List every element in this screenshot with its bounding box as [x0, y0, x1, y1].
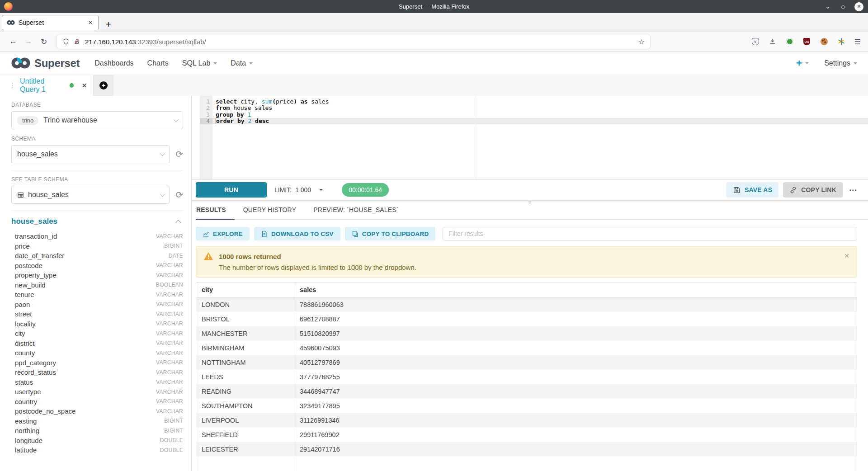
- table-row[interactable]: MANCHESTER51510820997: [196, 326, 857, 341]
- browser-tab[interactable]: Superset ✕: [2, 15, 99, 30]
- copy-link-button[interactable]: COPY LINK: [783, 182, 843, 198]
- column-row[interactable]: countyVARCHAR: [11, 348, 183, 358]
- table-row[interactable]: LEEDS37779768255: [196, 370, 857, 384]
- query-tab-label: Untitled Query 1: [20, 77, 65, 94]
- add-query-tab-button[interactable]: +: [94, 75, 113, 96]
- column-row[interactable]: date_of_transferDATE: [11, 251, 183, 261]
- column-row[interactable]: streetVARCHAR: [11, 309, 183, 319]
- collapse-chevron-up-icon[interactable]: [175, 220, 181, 226]
- column-row[interactable]: transaction_idVARCHAR: [11, 231, 183, 241]
- refresh-table-icon[interactable]: ⟳: [175, 190, 183, 199]
- save-icon: [733, 186, 741, 194]
- column-row[interactable]: localityVARCHAR: [11, 319, 183, 329]
- header-cell-city[interactable]: city: [196, 283, 294, 297]
- table-row[interactable]: SHEFFIELD29911769902: [196, 428, 857, 442]
- table-row[interactable]: BIRMINGHAM45960075093: [196, 341, 857, 355]
- limit-dropdown[interactable]: LIMIT: 1 000: [274, 186, 323, 193]
- bookmark-star-icon[interactable]: ☆: [638, 38, 645, 46]
- column-name: latitude: [15, 446, 37, 454]
- back-icon[interactable]: ←: [5, 37, 21, 46]
- table-select[interactable]: house_sales: [11, 186, 170, 204]
- button-label: DOWNLOAD TO CSV: [271, 231, 334, 237]
- tab-query-history[interactable]: QUERY HISTORY: [235, 201, 305, 219]
- column-row[interactable]: ppd_categoryVARCHAR: [11, 358, 183, 368]
- column-row[interactable]: northingBIGINT: [11, 426, 183, 436]
- table-row[interactable]: LONDON788861960063: [196, 297, 857, 312]
- table-value: house_sales: [28, 191, 69, 199]
- resize-grip-icon[interactable]: ≡: [528, 200, 531, 204]
- editor-gutter: 1234: [200, 96, 212, 179]
- column-row[interactable]: latitudeDOUBLE: [11, 445, 183, 455]
- nav-item-data[interactable]: Data: [224, 59, 259, 67]
- header-cell-sales[interactable]: sales: [294, 283, 857, 297]
- chevron-down-icon: [319, 189, 323, 193]
- new-tab-button[interactable]: +: [106, 20, 111, 29]
- column-row[interactable]: statusVARCHAR: [11, 377, 183, 387]
- nav-item-sql-lab[interactable]: SQL Lab: [175, 59, 224, 67]
- column-name: tenure: [15, 291, 34, 298]
- more-menu-icon[interactable]: ⋯: [849, 185, 857, 195]
- nav-item-dashboards[interactable]: Dashboards: [88, 59, 140, 67]
- tab-results[interactable]: RESULTS: [196, 201, 235, 219]
- run-button[interactable]: RUN: [196, 182, 267, 198]
- column-row[interactable]: postcode_no_spaceVARCHAR: [11, 406, 183, 416]
- column-row[interactable]: new_buildBOOLEAN: [11, 280, 183, 290]
- editor-code[interactable]: select city, sum(price) as salesfrom hou…: [212, 96, 868, 179]
- add-new-button[interactable]: +: [796, 59, 809, 68]
- table-row[interactable]: NOTTINGHAM40512797869: [196, 355, 857, 370]
- privacy-extension-icon[interactable]: [786, 38, 794, 46]
- alert-close-icon[interactable]: ✕: [844, 252, 849, 259]
- query-tab[interactable]: ⋮ Untitled Query 1 ✕: [0, 75, 94, 96]
- url-bar[interactable]: 217.160.120.143:32393/superset/sqllab/ ☆: [57, 34, 650, 49]
- table-row[interactable]: READING34468947747: [196, 384, 857, 399]
- table-row[interactable]: LIVERPOOL31126991346: [196, 413, 857, 428]
- tab-close-icon[interactable]: ✕: [87, 19, 94, 26]
- window-minimize-button[interactable]: ⌄: [824, 3, 832, 10]
- filter-results-input[interactable]: [443, 227, 857, 240]
- download-to-csv-button[interactable]: DOWNLOAD TO CSV: [254, 227, 340, 240]
- column-row[interactable]: districtVARCHAR: [11, 339, 183, 349]
- query-timer-badge: 00:00:01.64: [342, 183, 389, 197]
- settings-menu[interactable]: Settings: [824, 59, 857, 67]
- reload-icon[interactable]: ↻: [36, 37, 52, 47]
- query-tab-close-icon[interactable]: ✕: [82, 82, 87, 89]
- menu-hamburger-icon[interactable]: ☰: [854, 38, 861, 46]
- column-row[interactable]: tenureVARCHAR: [11, 290, 183, 300]
- sidebar-divider: [11, 170, 183, 170]
- sql-editor[interactable]: 1234 select city, sum(price) as salesfro…: [192, 96, 868, 180]
- table-row[interactable]: SOUTHAMPTON32349177895: [196, 399, 857, 413]
- table-row[interactable]: BRISTOL69612708887: [196, 312, 857, 326]
- window-maximize-button[interactable]: ◇: [839, 3, 847, 10]
- downloads-icon[interactable]: [769, 38, 777, 46]
- pocket-icon[interactable]: ∨: [751, 38, 760, 46]
- column-row[interactable]: record_statusVARCHAR: [11, 367, 183, 377]
- table-cell: NOTTINGHAM: [196, 355, 294, 370]
- column-row[interactable]: cityVARCHAR: [11, 329, 183, 339]
- forward-icon[interactable]: →: [21, 37, 36, 46]
- drag-handle-icon[interactable]: ⋮: [9, 81, 15, 89]
- cookie-extension-icon[interactable]: [820, 38, 828, 46]
- table-name-heading[interactable]: house_sales: [11, 217, 57, 226]
- nav-item-charts[interactable]: Charts: [141, 59, 175, 67]
- column-row[interactable]: paonVARCHAR: [11, 300, 183, 310]
- column-row[interactable]: priceBIGINT: [11, 241, 183, 251]
- window-close-button[interactable]: ✕: [854, 2, 863, 11]
- explore-button[interactable]: EXPLORE: [196, 227, 250, 240]
- asterisk-extension-icon[interactable]: [837, 38, 845, 46]
- column-row[interactable]: property_typeVARCHAR: [11, 270, 183, 280]
- save-as-button[interactable]: SAVE AS: [726, 182, 778, 198]
- schema-select[interactable]: house_sales: [11, 145, 170, 163]
- ublock-icon[interactable]: UO: [803, 38, 811, 46]
- column-name: ppd_category: [15, 359, 56, 367]
- table-row[interactable]: LEICESTER29142071716: [196, 442, 857, 457]
- column-row[interactable]: postcodeVARCHAR: [11, 261, 183, 271]
- superset-logo[interactable]: Superset: [11, 57, 80, 70]
- copy-to-clipboard-button[interactable]: COPY TO CLIPBOARD: [345, 227, 436, 240]
- tab-preview-house-sales[interactable]: PREVIEW: `HOUSE_SALES`: [305, 201, 407, 219]
- refresh-schema-icon[interactable]: ⟳: [175, 150, 183, 159]
- column-row[interactable]: longitudeDOUBLE: [11, 436, 183, 446]
- database-select[interactable]: trino Trino warehouse: [11, 111, 183, 129]
- column-row[interactable]: eastingBIGINT: [11, 416, 183, 426]
- column-row[interactable]: countryVARCHAR: [11, 397, 183, 407]
- column-row[interactable]: usertypeVARCHAR: [11, 387, 183, 397]
